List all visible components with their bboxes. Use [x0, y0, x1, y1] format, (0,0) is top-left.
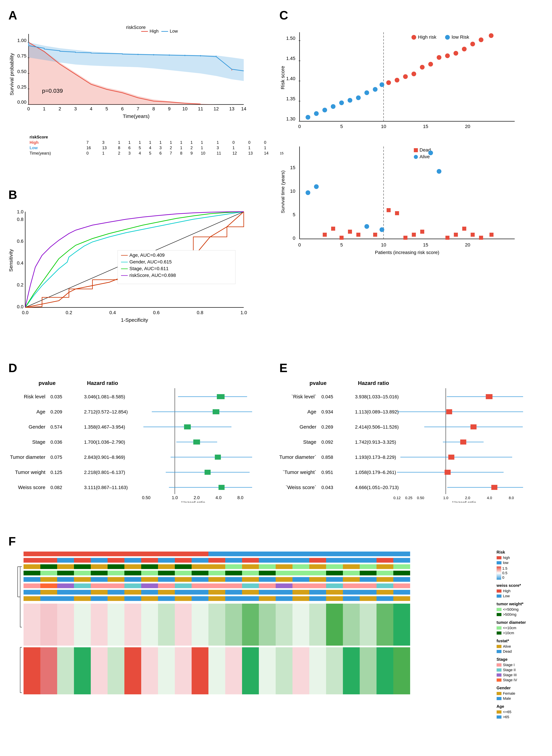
svg-rect-239 — [57, 552, 74, 556]
svg-rect-319 — [191, 571, 209, 575]
svg-rect-373 — [292, 583, 309, 588]
svg-rect-124 — [414, 148, 418, 152]
svg-rect-440 — [191, 604, 209, 645]
svg-point-104 — [445, 53, 450, 58]
svg-text:pvalue: pvalue — [38, 380, 55, 386]
svg-text:0.0: 0.0 — [22, 310, 29, 315]
svg-rect-145 — [445, 236, 449, 240]
svg-point-107 — [470, 42, 475, 46]
svg-point-88 — [314, 111, 319, 116]
svg-text:0.50: 0.50 — [17, 69, 26, 74]
svg-rect-147 — [462, 227, 466, 231]
svg-rect-304 — [343, 564, 360, 569]
time-years-label: Time(years) — [29, 151, 86, 156]
svg-point-106 — [462, 47, 466, 51]
svg-point-90 — [331, 104, 335, 109]
legend-tumorweight-leq500: <=500mg — [497, 607, 544, 612]
legend-stage-IV: Stage IV — [497, 678, 544, 682]
svg-text:0.8: 0.8 — [17, 217, 23, 222]
svg-text:0.50: 0.50 — [142, 495, 151, 500]
svg-rect-382 — [40, 590, 57, 595]
svg-rect-311 — [57, 571, 74, 575]
svg-rect-328 — [343, 571, 360, 575]
svg-rect-393 — [225, 590, 242, 595]
svg-point-83 — [411, 35, 416, 40]
svg-rect-424 — [343, 596, 360, 601]
svg-rect-282 — [377, 558, 393, 563]
svg-rect-134 — [356, 233, 361, 237]
forest-d-stage-square — [193, 439, 200, 444]
svg-text:Gender: Gender — [29, 424, 45, 429]
svg-text:0.12: 0.12 — [394, 496, 401, 500]
svg-text:`Tumor diameter`: `Tumor diameter` — [279, 454, 316, 460]
svg-text:Weiss score: Weiss score — [18, 485, 45, 490]
svg-text:1.40: 1.40 — [286, 76, 295, 81]
svg-rect-245 — [158, 552, 175, 556]
svg-rect-406 — [40, 596, 57, 601]
svg-text:1.358(0.467–3.954): 1.358(0.467–3.954) — [84, 424, 125, 429]
svg-point-96 — [380, 82, 384, 87]
risk-gradient — [497, 566, 501, 580]
svg-rect-348 — [276, 577, 292, 582]
svg-point-93 — [356, 96, 361, 100]
svg-rect-279 — [326, 558, 343, 563]
forest-e-weiss-square — [491, 485, 498, 490]
svg-point-129 — [314, 184, 319, 189]
svg-rect-384 — [74, 590, 91, 595]
svg-text:Tumor diameter: Tumor diameter — [10, 454, 45, 460]
legend-low-label: Low — [170, 29, 178, 34]
svg-rect-296 — [209, 564, 225, 569]
svg-text:2.218(0.801–6.137): 2.218(0.801–6.137) — [84, 470, 125, 475]
dendrogram — [8, 550, 22, 723]
svg-rect-457 — [57, 647, 74, 694]
svg-point-144 — [437, 169, 441, 174]
svg-rect-275 — [259, 558, 276, 563]
svg-rect-364 — [141, 583, 158, 588]
svg-text:Stage, AUC=0.611: Stage, AUC=0.611 — [129, 266, 169, 271]
svg-rect-355 — [393, 577, 410, 582]
svg-rect-242 — [108, 552, 124, 556]
svg-text:13: 13 — [229, 106, 234, 112]
svg-point-126 — [414, 155, 418, 159]
svg-text:15: 15 — [423, 124, 428, 129]
svg-text:Sensitivity: Sensitivity — [8, 249, 14, 272]
svg-text:Survival time (years): Survival time (years) — [280, 170, 285, 213]
svg-text:6: 6 — [121, 106, 124, 112]
svg-rect-264 — [74, 558, 91, 563]
svg-rect-412 — [141, 596, 158, 601]
svg-text:0: 0 — [27, 106, 30, 112]
svg-rect-371 — [259, 583, 276, 588]
svg-rect-261 — [23, 558, 40, 563]
svg-rect-307 — [393, 564, 410, 569]
svg-rect-148 — [471, 233, 475, 237]
svg-text:0.00: 0.00 — [17, 100, 26, 105]
svg-rect-476 — [377, 647, 393, 694]
svg-rect-309 — [23, 571, 40, 575]
svg-rect-255 — [326, 552, 343, 556]
svg-rect-248 — [209, 552, 225, 556]
svg-rect-418 — [242, 596, 259, 601]
svg-text:0.045: 0.045 — [321, 394, 333, 399]
svg-rect-374 — [309, 583, 326, 588]
panel-c-top-chart: 1.30 1.35 1.40 1.45 1.50 Risk score 0 5 … — [279, 24, 532, 138]
svg-text:0.082: 0.082 — [50, 485, 62, 490]
svg-text:Age, AUC=0.409: Age, AUC=0.409 — [129, 252, 164, 258]
svg-rect-274 — [242, 558, 259, 563]
svg-text:3.046(1.081–8.585): 3.046(1.081–8.585) — [84, 394, 125, 399]
svg-rect-299 — [259, 564, 276, 569]
svg-rect-473 — [326, 647, 343, 694]
legend-risk-high-label: high — [503, 556, 510, 560]
svg-rect-136 — [373, 233, 377, 237]
panel-e-label: E — [279, 361, 544, 375]
svg-rect-415 — [191, 596, 209, 601]
svg-rect-394 — [242, 590, 259, 595]
svg-rect-421 — [292, 596, 309, 601]
svg-rect-449 — [343, 604, 360, 645]
svg-text:Hazard ratio: Hazard ratio — [87, 380, 118, 386]
svg-rect-276 — [276, 558, 292, 563]
svg-text:0.125: 0.125 — [50, 470, 62, 475]
svg-rect-240 — [74, 552, 91, 556]
svg-text:High risk: High risk — [418, 34, 436, 40]
legend-stage: Stage Stage I Stage II Stage III — [497, 657, 544, 682]
legend-weiss-title: weiss score* — [497, 583, 544, 588]
